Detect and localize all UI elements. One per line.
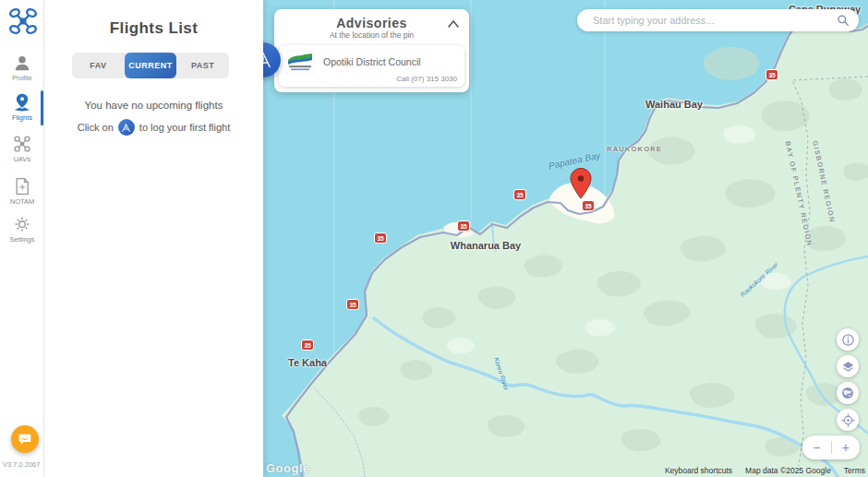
info-icon [841, 333, 855, 347]
route-shield-35: 35 [582, 200, 595, 211]
flights-icon [13, 93, 31, 112]
route-shield-35: 35 [513, 189, 526, 200]
sidebar-item-profile[interactable]: Profile [0, 54, 44, 82]
zoom-out-button[interactable]: − [802, 435, 831, 459]
notam-document-icon: ✈ [13, 177, 31, 196]
advisory-phone: Call (07) 315 3030 [286, 75, 457, 83]
sidebar: Profile Flights UAVs [0, 0, 44, 477]
sidebar-item-notam[interactable]: ✈ NOTAM [0, 177, 44, 206]
tab-current[interactable]: CURRENT [125, 53, 177, 78]
target-location-icon [841, 413, 855, 427]
map-layers-button[interactable] [837, 355, 859, 377]
address-search [577, 9, 859, 31]
advisory-item[interactable]: Opotiki District Council Call (07) 315 3… [279, 45, 464, 87]
zoom-in-button[interactable]: + [832, 435, 861, 459]
chat-bubble-icon [18, 432, 32, 447]
sidebar-item-flights[interactable]: Flights [0, 93, 44, 122]
svg-text:✈: ✈ [19, 183, 26, 192]
app-logo-drone-icon [7, 6, 39, 37]
google-logo: Google [266, 461, 310, 475]
log-flight-mini-icon [118, 119, 135, 136]
map-data-copyright: Map data ©2025 Google [745, 466, 831, 475]
map-attribution: Keyboard shortcuts Map data ©2025 Google… [665, 466, 865, 475]
sidebar-item-label: Settings [0, 235, 44, 244]
my-location-button[interactable] [837, 409, 859, 431]
tab-past[interactable]: PAST [176, 53, 229, 78]
search-input[interactable] [593, 15, 837, 26]
council-logo [286, 51, 314, 73]
empty-state-message: You have no upcoming flights [44, 100, 263, 111]
airshare-a-icon [263, 51, 272, 69]
active-nav-indicator [41, 90, 43, 125]
sidebar-item-uavs[interactable]: UAVs [0, 135, 44, 163]
sidebar-item-label: UAVs [0, 155, 44, 163]
advisories-subtitle: At the location of the pin [279, 30, 464, 40]
flights-list-panel: Flights List FAV CURRENT PAST You have n… [44, 0, 263, 477]
sidebar-item-label: Flights [0, 113, 44, 122]
route-shield-35: 35 [457, 221, 470, 232]
route-shield-35: 35 [766, 69, 778, 80]
sidebar-item-label: Profile [0, 74, 44, 82]
chevron-up-icon[interactable] [447, 18, 460, 30]
search-icon[interactable] [837, 14, 850, 27]
globe-icon [840, 386, 855, 400]
zoom-control: − + [802, 435, 860, 459]
sidebar-item-settings[interactable]: Settings [0, 215, 44, 244]
map-info-button[interactable] [837, 328, 859, 351]
flights-tabs: FAV CURRENT PAST [72, 53, 229, 78]
tab-fav[interactable]: FAV [72, 53, 125, 78]
airshare-app: Profile Flights UAVs [0, 0, 868, 477]
map-globe-button[interactable] [837, 382, 859, 404]
chat-support-button[interactable] [11, 425, 39, 453]
map-canvas[interactable]: Cape Runaway Waihau Bay RAUKOKORE Papate… [263, 0, 868, 477]
app-version: V3.7.0.2067 [3, 460, 40, 469]
hint-suffix: to log your first flight [139, 122, 230, 133]
page-title: Flights List [44, 19, 263, 38]
sidebar-item-label: NOTAM [0, 197, 44, 206]
gear-icon [13, 215, 31, 233]
keyboard-shortcuts-link[interactable]: Keyboard shortcuts [665, 466, 732, 475]
advisories-title: Advisories [279, 17, 464, 30]
route-shield-35: 35 [374, 233, 387, 244]
terms-link[interactable]: Terms [844, 466, 865, 475]
profile-icon [13, 54, 31, 72]
advisory-name: Opotiki District Council [323, 56, 457, 67]
advisories-panel: Advisories At the location of the pin Op… [274, 9, 469, 92]
layers-icon [841, 360, 855, 374]
uav-drone-icon [13, 135, 31, 153]
hint-prefix: Click on [78, 122, 114, 133]
empty-state-hint: Click on to log your first flight [44, 119, 263, 136]
route-shield-35: 35 [346, 299, 359, 310]
route-shield-35: 35 [301, 340, 314, 351]
